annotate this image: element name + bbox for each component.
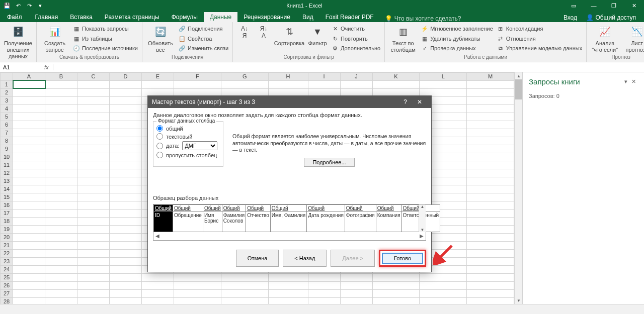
cell[interactable]: [142, 289, 174, 297]
cell[interactable]: [13, 249, 45, 257]
cell[interactable]: [467, 129, 514, 137]
cell[interactable]: [268, 281, 308, 289]
cell[interactable]: [13, 185, 45, 193]
dialog-help-icon[interactable]: ?: [398, 97, 412, 107]
cell[interactable]: [77, 121, 110, 129]
cell[interactable]: [45, 145, 77, 153]
cell[interactable]: [77, 193, 110, 201]
cell[interactable]: [110, 104, 142, 113]
cell[interactable]: [110, 193, 142, 201]
cell[interactable]: [467, 281, 514, 289]
cell[interactable]: [110, 265, 142, 273]
preview-col-header[interactable]: Общий: [222, 204, 246, 212]
cell[interactable]: [45, 177, 77, 185]
tab-review[interactable]: Рецензирование: [237, 12, 296, 22]
cell[interactable]: [110, 217, 142, 225]
cell[interactable]: [308, 80, 340, 88]
cell[interactable]: [142, 273, 174, 281]
cell[interactable]: [77, 113, 110, 121]
preview-scroll-down-icon[interactable]: ▼: [421, 228, 425, 232]
row-header[interactable]: 17: [1, 209, 13, 217]
new-query-button[interactable]: 📊 Создать запрос: [40, 24, 70, 53]
row-header[interactable]: 18: [1, 217, 13, 225]
cell[interactable]: [340, 297, 372, 304]
cell[interactable]: [77, 169, 110, 177]
relationships-button[interactable]: ⇄Отношения: [496, 34, 583, 44]
cell[interactable]: [467, 137, 514, 145]
cell[interactable]: [467, 249, 514, 257]
preview-cell[interactable]: Имя, Фамилия: [270, 212, 307, 232]
cell[interactable]: [13, 201, 45, 209]
cell[interactable]: [467, 209, 514, 217]
sort-za-button[interactable]: Я↓A: [255, 24, 272, 39]
tab-page-layout[interactable]: Разметка страницы: [99, 12, 166, 22]
row-header[interactable]: 13: [1, 177, 13, 185]
cell[interactable]: [110, 297, 142, 304]
tab-home[interactable]: Главная: [29, 12, 64, 22]
col-header[interactable]: D: [110, 73, 142, 81]
cell[interactable]: [13, 88, 45, 96]
cell[interactable]: [372, 80, 420, 88]
preview-cell[interactable]: Фотография: [345, 212, 376, 232]
cell[interactable]: [13, 225, 45, 233]
cell[interactable]: [142, 80, 174, 88]
cell[interactable]: [13, 265, 45, 273]
cell[interactable]: [110, 281, 142, 289]
cell[interactable]: [45, 297, 77, 304]
vertical-scrollbar[interactable]: ▲ ▼: [514, 72, 522, 304]
cell[interactable]: [467, 96, 514, 104]
cell[interactable]: [77, 249, 110, 257]
tab-formulas[interactable]: Формулы: [166, 12, 204, 22]
cell[interactable]: [77, 104, 110, 113]
cell[interactable]: [221, 297, 268, 304]
cell[interactable]: [45, 129, 77, 137]
cell[interactable]: [77, 153, 110, 161]
cell[interactable]: [77, 217, 110, 225]
cell[interactable]: [308, 281, 340, 289]
cell[interactable]: [467, 88, 514, 96]
preview-col-header[interactable]: Общий: [203, 204, 222, 212]
cell[interactable]: [308, 289, 340, 297]
cancel-button[interactable]: Отмена: [236, 250, 279, 267]
cell[interactable]: [13, 129, 45, 137]
row-header[interactable]: 28: [1, 297, 13, 304]
back-button[interactable]: < Назад: [283, 250, 327, 267]
scroll-down-icon[interactable]: ▼: [515, 297, 522, 304]
cell[interactable]: [77, 88, 110, 96]
cell[interactable]: [45, 233, 77, 241]
cell[interactable]: [45, 209, 77, 217]
cell[interactable]: [13, 104, 45, 113]
cell[interactable]: [13, 177, 45, 185]
cell[interactable]: [45, 121, 77, 129]
cell[interactable]: [221, 80, 268, 88]
cell[interactable]: [45, 249, 77, 257]
preview-col-header[interactable]: Общий: [376, 204, 401, 212]
cell[interactable]: [13, 273, 45, 281]
cell[interactable]: [110, 96, 142, 104]
name-box[interactable]: A1: [0, 63, 40, 71]
cell[interactable]: [467, 265, 514, 273]
forecast-sheet-button[interactable]: 📉 Лист прогноза: [622, 24, 644, 53]
cell[interactable]: [45, 273, 77, 281]
row-header[interactable]: 4: [1, 104, 13, 113]
col-header[interactable]: K: [372, 73, 420, 81]
cell[interactable]: [467, 289, 514, 297]
sort-az-button[interactable]: A↓Я: [236, 24, 253, 39]
row-header[interactable]: 21: [1, 241, 13, 249]
cell[interactable]: [110, 241, 142, 249]
cell[interactable]: [221, 289, 268, 297]
cell[interactable]: [45, 281, 77, 289]
preview-cell[interactable]: Дата рождения: [307, 212, 345, 232]
cell[interactable]: [110, 209, 142, 217]
cell[interactable]: [45, 137, 77, 145]
row-header[interactable]: 7: [1, 129, 13, 137]
preview-scroll-left-icon[interactable]: ◀: [155, 233, 159, 239]
dialog-titlebar[interactable]: Мастер текстов (импорт) - шаг 3 из 3 ? ✕: [148, 96, 431, 108]
preview-col-header[interactable]: Общий: [270, 204, 307, 212]
clear-filter-button[interactable]: ✕Очистить: [331, 24, 381, 34]
panel-dropdown-icon[interactable]: ▾: [622, 78, 629, 85]
cell[interactable]: [13, 193, 45, 201]
fx-icon[interactable]: fx: [40, 64, 53, 70]
col-header[interactable]: I: [308, 73, 340, 81]
cell[interactable]: [77, 233, 110, 241]
